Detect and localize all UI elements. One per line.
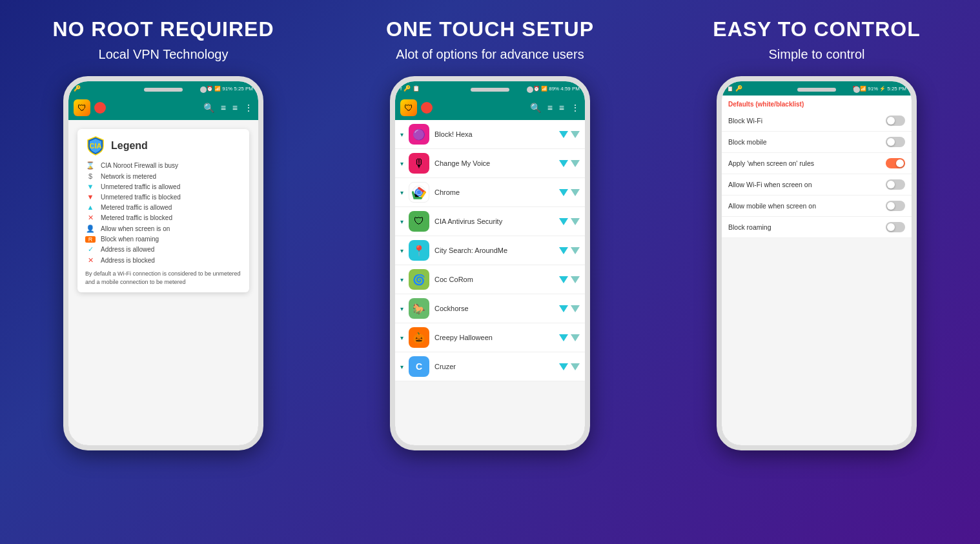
app-row-city-search[interactable]: ▾ 📍 City Search: AroundMe [395, 236, 585, 265]
wifi-tri-chrome [559, 189, 568, 196]
toolbar2-dot [421, 102, 433, 114]
data-tri-cockhorse [571, 305, 580, 312]
app-row-change-voice[interactable]: ▾ 🎙 Change My Voice [395, 149, 585, 178]
legend-metered-text: Network is metered [101, 173, 156, 180]
battery3-text: 91% [868, 86, 878, 92]
doc3-icon: 📋 [727, 86, 733, 92]
name-chrome: Chrome [434, 188, 554, 196]
phone1-toolbar: 🛡 🔍 ≡ ≡ ⋮ [68, 96, 258, 120]
panel2-subtitle: Alot of options for advance users [396, 47, 584, 62]
chevron-cia: ▾ [400, 218, 403, 225]
panel2-title: ONE TOUCH SETUP [386, 18, 594, 41]
settings-row-screen-on[interactable]: Apply 'when screen on' rules [722, 153, 912, 174]
phone2-screen: f 🔑 📋 ⏰ 📶 89% 4:59 PM 🛡 🔍 ≡ ≡ [395, 81, 585, 445]
phone2-status-left: f 🔑 📋 [400, 85, 420, 92]
panel-no-root: NO ROOT REQUIRED Local VPN Technology 🔑 … [0, 0, 327, 544]
settings-row-wifi-screen[interactable]: Allow Wi-Fi when screen on [722, 174, 912, 196]
legend-shield-icon: CIA [85, 136, 106, 156]
name-cruzer: Cruzer [434, 363, 554, 370]
search-icon[interactable]: 🔍 [203, 103, 214, 113]
legend-item-busy: ⌛ CIA Noroot Firewall is busy [85, 161, 241, 170]
wifi-tri-cruzer [559, 363, 568, 370]
panel3-subtitle: Simple to control [769, 47, 865, 62]
toggle-wifi-screen[interactable] [886, 179, 905, 190]
app-row-coc[interactable]: ▾ 🌀 Coc CoRom [395, 265, 585, 294]
settings-section-title: Defaults (white/blacklist) [722, 96, 912, 110]
legend-unmetered-allowed-text: Unmetered traffic is allowed [101, 183, 180, 190]
filter1-icon[interactable]: ≡ [221, 103, 226, 113]
toggle-block-wifi[interactable] [886, 116, 905, 126]
legend-unmetered-blocked-text: Unmetered traffic is blocked [101, 194, 181, 201]
panel-easy-control: EASY TO CONTROL Simple to control 📋 🔑 ⏰ … [653, 0, 980, 544]
indicators-cockhorse [559, 305, 580, 312]
more2-icon[interactable]: ⋮ [571, 103, 580, 113]
indicators-voice [559, 160, 580, 167]
label-block-mobile: Block mobile [728, 138, 767, 146]
dollar-icon: $ [85, 172, 96, 180]
data-tri-hexa [571, 131, 580, 138]
data-tri-cia [571, 218, 580, 225]
wifi-tri-voice [559, 160, 568, 167]
phone1-status-right: ⏰ 📶 91% 5:25 PM [207, 86, 253, 92]
toolbar-logo-icon: 🛡 [74, 99, 90, 116]
icon-city-search: 📍 [409, 240, 429, 261]
chevron-voice: ▾ [400, 160, 403, 167]
app-row-chrome[interactable]: ▾ Chrome [395, 178, 585, 207]
panel1-subtitle: Local VPN Technology [99, 47, 229, 62]
data-tri-city [571, 247, 580, 254]
check-teal-icon: ✓ [85, 245, 96, 254]
settings-row-block-wifi[interactable]: Block Wi-Fi [722, 110, 912, 132]
icon-halloween: 🎃 [409, 327, 429, 348]
alarm-icon: ⏰ [207, 86, 213, 92]
filter2-icon[interactable]: ≡ [232, 103, 238, 113]
fb-icon: f [400, 86, 402, 92]
legend-note: By default a Wi-Fi connection is conside… [85, 270, 241, 286]
legend-metered-blocked-text: Metered traffic is blocked [101, 214, 172, 221]
toggle-block-mobile[interactable] [886, 137, 905, 147]
wifi-icon: 📶 [214, 86, 221, 92]
settings-row-block-roaming[interactable]: Block roaming [722, 217, 912, 238]
indicators-chrome [559, 189, 580, 196]
indicators-coc [559, 276, 580, 283]
phone1-status-bar: 🔑 ⏰ 📶 91% 5:25 PM [68, 81, 258, 96]
data-tri-coc [571, 276, 580, 283]
search2-icon[interactable]: 🔍 [530, 103, 541, 113]
icon-cockhorse: 🐎 [409, 298, 429, 319]
settings-row-block-mobile[interactable]: Block mobile [722, 132, 912, 153]
alarm2-icon: ⏰ [533, 86, 540, 92]
phone2-status-right: ⏰ 📶 89% 4:59 PM [533, 86, 580, 92]
app-row-halloween[interactable]: ▾ 🎃 Creepy Halloween [395, 323, 585, 352]
toggle-mobile-screen[interactable] [886, 201, 905, 211]
legend-roaming-text: Block when roaming [101, 236, 159, 243]
app-row-cruzer[interactable]: ▾ C Cruzer [395, 352, 585, 381]
alarm3-icon: ⏰ [852, 86, 859, 92]
app-row-cia-antivirus[interactable]: ▾ 🛡 CIA Antivirus Security [395, 207, 585, 236]
chevron-coc: ▾ [400, 276, 403, 283]
filter4-icon[interactable]: ≡ [559, 103, 564, 113]
more-icon[interactable]: ⋮ [244, 103, 253, 113]
phone2-toolbar: 🛡 🔍 ≡ ≡ ⋮ [395, 96, 585, 120]
label-wifi-screen: Allow Wi-Fi when screen on [728, 181, 812, 188]
svg-point-4 [417, 190, 422, 195]
tri-down-red-icon: ▼ [85, 193, 96, 201]
wifi-tri-coc [559, 276, 568, 283]
time3-text: 5:25 PM [887, 86, 906, 92]
key-icon: 🔑 [74, 85, 81, 92]
filter3-icon[interactable]: ≡ [547, 103, 553, 113]
legend-busy-text: CIA Noroot Firewall is busy [101, 162, 178, 169]
toggle-block-roaming[interactable] [886, 222, 905, 232]
toggle-screen-on[interactable] [886, 158, 905, 168]
legend-item-unmetered-blocked: ▼ Unmetered traffic is blocked [85, 193, 241, 201]
legend-item-metered: $ Network is metered [85, 172, 241, 180]
data-tri-voice [571, 160, 580, 167]
key3-icon: 🔑 [735, 85, 742, 92]
app-row-block-hexa[interactable]: ▾ 🟣 Block! Hexa [395, 120, 585, 149]
battery2-text: 89% [549, 86, 559, 92]
name-change-voice: Change My Voice [434, 159, 554, 167]
phone3-screen: 📋 🔑 ⏰ 📶 91% ⚡ 5:25 PM Defaults (white/bl… [722, 81, 912, 445]
panel-one-touch: ONE TOUCH SETUP Alot of options for adva… [327, 0, 653, 544]
settings-row-mobile-screen[interactable]: Allow mobile when screen on [722, 196, 912, 217]
battery-text: 91% [222, 86, 232, 92]
app-row-cockhorse[interactable]: ▾ 🐎 Cockhorse [395, 294, 585, 323]
phone3-status-left: 📋 🔑 [727, 85, 742, 92]
